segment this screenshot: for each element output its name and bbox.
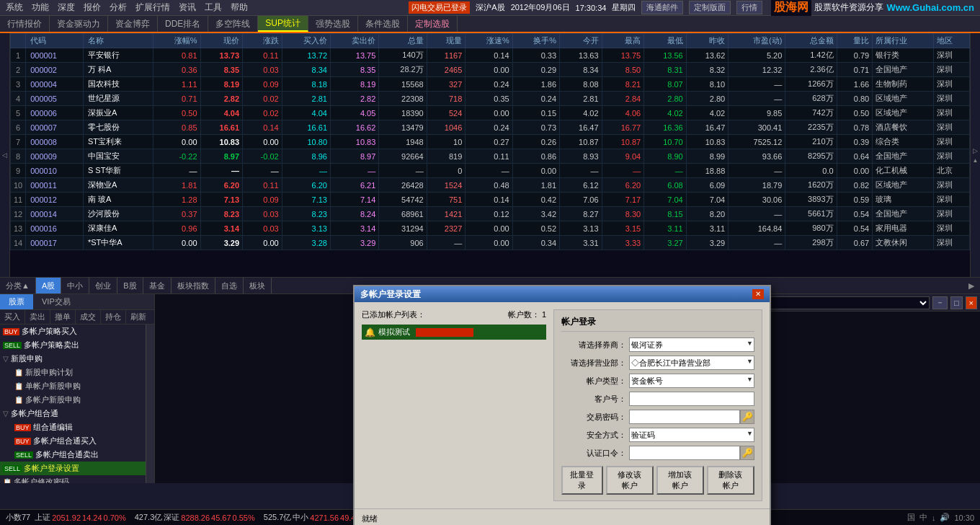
table-row[interactable]: 3 000004 国农科技 1.11 8.19 0.09 8.18 8.19 1… [11, 77, 970, 92]
btn-add-account[interactable]: 增加该帐户 [656, 466, 704, 495]
table-row[interactable]: 12 000014 沙河股份 0.37 8.23 0.03 8.23 8.24 … [11, 207, 970, 221]
table-row[interactable]: 11 000012 南 玻A 1.28 7.13 0.09 7.13 7.14 … [11, 193, 970, 207]
th-name[interactable]: 名称 [83, 34, 153, 48]
market-button[interactable]: 行情 [736, 1, 762, 14]
tree-item-buy-multi[interactable]: BUY 多帐户策略买入 [0, 325, 146, 338]
th-ratio[interactable]: 量比 [837, 34, 873, 48]
table-row[interactable]: 4 000005 世纪星源 0.71 2.82 0.02 2.81 2.82 2… [11, 92, 970, 106]
tree-item-sell-multi[interactable]: SELL 多帐户策略卖出 [0, 338, 146, 352]
tree-item-single-ipo[interactable]: 📋 单帐户新股申购 [0, 379, 146, 393]
menu-extend[interactable]: 扩展行情 [135, 1, 170, 14]
form-select-broker[interactable]: 银河证券 [629, 338, 754, 352]
tab-quote[interactable]: 行情报价 [0, 16, 50, 32]
menu-help[interactable]: 帮助 [231, 1, 248, 14]
th-low[interactable]: 最低 [644, 34, 687, 48]
custom-button[interactable]: 定制版面 [689, 1, 731, 14]
bt-classify[interactable]: 分类▲ [0, 278, 36, 294]
table-row[interactable]: 2 000002 万 科A 0.36 8.35 0.03 8.34 8.35 2… [11, 63, 970, 77]
form-input-custid[interactable] [629, 392, 754, 406]
bt-ashare[interactable]: A股 [36, 278, 61, 294]
bt-sector[interactable]: 板块 [244, 278, 272, 294]
auth-icon-btn[interactable]: 🔑 [740, 446, 754, 460]
haitong-button[interactable]: 海通邮件 [641, 1, 683, 14]
btn-modify-account[interactable]: 修改该帐户 [606, 466, 654, 495]
th-price[interactable]: 现价 [200, 34, 243, 48]
sim-max-btn[interactable]: □ [950, 296, 963, 309]
bt-fund[interactable]: 基金 [143, 278, 172, 294]
th-prev[interactable]: 昨收 [686, 34, 729, 48]
sim-close-btn[interactable]: × [966, 296, 977, 309]
table-row[interactable]: 14 000017 *ST中华A 0.00 3.29 0.00 3.28 3.2… [11, 236, 970, 250]
sub-tab-hold[interactable]: 持仓 [101, 310, 126, 324]
table-row[interactable]: 13 000016 深康佳A 0.96 3.14 0.03 3.13 3.14 … [11, 221, 970, 236]
th-industry[interactable]: 所属行业 [873, 34, 934, 48]
tree-item-combo-edit[interactable]: BUY 组合通编辑 [0, 420, 146, 434]
tree-item-change-pwd[interactable]: 📋 多帐户修改密码 [0, 475, 146, 483]
bt-small[interactable]: 中小 [61, 278, 89, 294]
table-row[interactable]: 8 000009 中国宝安 -0.22 8.97 -0.02 8.96 8.97… [11, 149, 970, 164]
tab-condition[interactable]: 条件选股 [358, 16, 408, 32]
th-code[interactable]: 代码 [26, 34, 84, 48]
th-speed[interactable]: 涨速% [466, 34, 512, 48]
tab-stocks[interactable]: 股票 [0, 294, 33, 309]
th-cur[interactable]: 现量 [427, 34, 466, 48]
table-left-arrow[interactable]: ◁ [0, 33, 10, 277]
tab-vip-trading[interactable]: VIP交易 [33, 294, 79, 309]
tab-sup[interactable]: SUP统计 [258, 16, 308, 32]
form-select-acct-type[interactable]: 资金帐号 [629, 374, 754, 388]
tab-longshort[interactable]: 多空阵线 [208, 16, 258, 32]
tab-strong[interactable]: 强势选股 [308, 16, 358, 32]
th-region[interactable]: 地区 [934, 34, 970, 48]
table-row[interactable]: 7 000008 ST宝利来 0.00 10.83 0.00 10.80 10.… [11, 135, 970, 149]
table-right-arrow[interactable]: ▷ ▲ [970, 33, 980, 277]
table-row[interactable]: 6 000007 零七股份 0.85 16.61 0.14 16.61 16.6… [11, 120, 970, 135]
tree-item-combo-sell[interactable]: SELL 多帐户组合通卖出 [0, 448, 146, 462]
menu-analysis[interactable]: 分析 [110, 1, 127, 14]
menu-quote[interactable]: 报价 [84, 1, 101, 14]
tree-item-multi-ipo[interactable]: 📋 多帐户新股申购 [0, 393, 146, 407]
tab-capital2[interactable]: 资金博弈 [108, 16, 158, 32]
sim-min-btn[interactable]: － [932, 296, 948, 309]
bt-startup[interactable]: 创业 [89, 278, 117, 294]
tradepwd-icon-btn[interactable]: 🔑 [740, 410, 754, 424]
tree-item-combo-buy[interactable]: BUY 多帐户组合通买入 [0, 434, 146, 448]
tree-item-ipo-group[interactable]: ▽ 新股申购 [0, 352, 146, 366]
bt-index[interactable]: 板块指数 [172, 278, 215, 294]
modal-account-item[interactable]: 🔔 模拟测试 [362, 325, 546, 340]
sub-tab-cancel[interactable]: 撤单 [50, 310, 76, 324]
menu-tools[interactable]: 工具 [205, 1, 222, 14]
tab-custom[interactable]: 定制选股 [408, 16, 458, 32]
th-pe[interactable]: 市盈(动) [729, 34, 785, 48]
th-diff[interactable]: 涨跌 [243, 34, 282, 48]
tree-item-ipo-plan[interactable]: 📋 新股申购计划 [0, 366, 146, 379]
th-sell[interactable]: 卖出价 [331, 34, 379, 48]
tree-scrollbar[interactable] [146, 325, 154, 483]
menu-system[interactable]: 系统 [6, 1, 23, 14]
th-buy[interactable]: 买入价 [282, 34, 330, 48]
menu-news[interactable]: 资讯 [179, 1, 196, 14]
th-turnover[interactable]: 换手% [512, 34, 559, 48]
table-row[interactable]: 10 000011 深物业A 1.81 6.20 0.11 6.20 6.21 … [11, 178, 970, 193]
btn-delete-account[interactable]: 删除该帐户 [707, 466, 754, 495]
th-open[interactable]: 今开 [560, 34, 602, 48]
table-row[interactable]: 9 000010 S ST华新 — — — — — — 0 — 0.00 — —… [11, 164, 970, 178]
table-row[interactable]: 1 000001 平安银行 0.81 13.73 0.11 13.72 13.7… [11, 48, 970, 63]
bt-watch[interactable]: 自选 [215, 278, 244, 294]
tab-capital[interactable]: 资金驱动力 [50, 16, 108, 32]
menu-function[interactable]: 功能 [32, 1, 49, 14]
sub-tab-buy[interactable]: 买入 [0, 310, 25, 324]
th-vol[interactable]: 总量 [379, 34, 427, 48]
menu-depth[interactable]: 深度 [58, 1, 75, 14]
form-input-tradepwd[interactable] [629, 410, 740, 424]
sub-tab-sell[interactable]: 卖出 [25, 310, 50, 324]
bt-bshare[interactable]: B股 [117, 278, 143, 294]
expand-icon[interactable]: ▶ [963, 278, 980, 294]
btn-batch-login[interactable]: 批量登录 [561, 466, 603, 495]
tree-item-combo-group[interactable]: ▽ 多帐户组合通 [0, 407, 146, 420]
form-input-auth[interactable] [629, 446, 740, 460]
table-row[interactable]: 5 000006 深振业A 0.50 4.04 0.02 4.04 4.05 1… [11, 106, 970, 120]
sub-tab-done[interactable]: 成交 [76, 310, 101, 324]
form-select-security[interactable]: 验证码 [629, 428, 754, 442]
th-amount[interactable]: 总金额 [785, 34, 837, 48]
form-select-branch[interactable]: ◇合肥长江中路营业部 [629, 356, 754, 370]
